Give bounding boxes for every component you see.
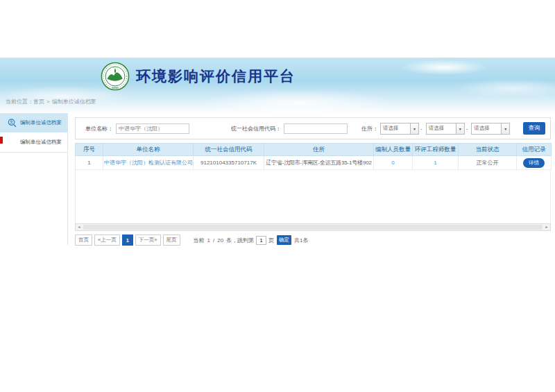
district-select[interactable]: 请选择 ▾ [471, 123, 510, 135]
active-item-marker [0, 137, 3, 144]
col-header-index: 序号 [76, 144, 103, 156]
search-panel: 单位名称： 统一社会信用代码： 住所： 请选择 ▾ - 请选择 ▾ - 请选择 … [75, 117, 551, 139]
pagination-info-mid: 条，跳到第 [226, 237, 254, 244]
pagination-per-page: 20 [217, 237, 223, 244]
first-page-button[interactable]: 首页 [75, 235, 92, 246]
col-header-status: 当前状态 [459, 144, 517, 156]
detail-button[interactable]: 详情 [523, 158, 545, 168]
brand: MEE 环境影响评价信用平台 [101, 62, 296, 91]
results-table: 序号 单位名称 统一社会信用代码 住所 编制人员数量 环评工程师数量 当前状态 … [75, 143, 552, 170]
credit-code-value: 91210104335710717K [194, 156, 264, 170]
province-select-value: 请选择 [383, 125, 399, 132]
mee-logo-icon: MEE [101, 62, 130, 91]
credit-code-input[interactable] [284, 123, 348, 134]
address-value: 辽宁省-沈阳市-浑南区-全运五路35-1号楼902 [264, 156, 374, 170]
unit-name-input[interactable] [116, 123, 189, 134]
staff-count-link[interactable]: 0 [374, 156, 413, 170]
sidebar-section-label: 编制单位诚信档案 [20, 119, 62, 126]
district-select-value: 请选择 [474, 125, 490, 132]
credit-code-label: 统一社会信用代码： [231, 125, 281, 133]
person-search-icon [8, 119, 17, 128]
pagination-total: 共1条 [294, 237, 308, 244]
breadcrumb: 当前位置：首页>编制单位诚信档案 [6, 98, 96, 105]
table-header-row: 序号 单位名称 统一社会信用代码 住所 编制人员数量 环评工程师数量 当前状态 … [76, 144, 552, 156]
sidebar-item-credit-archive[interactable]: 编制单位诚信档案 [0, 133, 67, 153]
pagination-page-separator: / [213, 237, 214, 244]
row-index: 1 [76, 156, 103, 170]
city-select-value: 请选择 [429, 125, 445, 132]
sidebar-section-credit-archive[interactable]: 编制单位诚信档案 [0, 113, 67, 133]
unit-name-label: 单位名称： [85, 125, 113, 133]
pagination-info-prefix: 当前 [194, 237, 205, 244]
sidebar: 编制单位诚信档案 编制单位诚信档案 [0, 113, 68, 245]
site-title: 环境影响评价信用平台 [136, 67, 296, 86]
breadcrumb-separator: > [46, 99, 50, 105]
col-header-credit-code: 统一社会信用代码 [194, 144, 264, 156]
pagination-info: 当前 1 / 20 条，跳到第 页 确定 共1条 [192, 235, 310, 245]
last-page-button[interactable]: 尾页 [163, 235, 180, 246]
site-banner: MEE 环境影响评价信用平台 当前位置：首页>编制单位诚信档案 [0, 58, 555, 113]
scroll-left-icon[interactable]: ◄ [76, 224, 83, 230]
record-cell: 详情 [517, 156, 552, 170]
jump-page-input[interactable] [256, 236, 266, 245]
chevron-down-icon[interactable]: ▾ [501, 123, 509, 134]
pagination-page-word: 页 [268, 237, 274, 244]
col-header-engineer-count: 环评工程师数量 [413, 144, 459, 156]
page: MEE 环境影响评价信用平台 当前位置：首页>编制单位诚信档案 编制单位诚信档案 [0, 0, 555, 392]
scrollbar-thumb[interactable] [83, 225, 543, 230]
chevron-down-icon[interactable]: ▾ [456, 123, 464, 134]
prev-page-button[interactable]: «上一页 [94, 235, 120, 246]
breadcrumb-home-link[interactable]: 首页 [33, 99, 44, 105]
page-1-button[interactable]: 1 [122, 235, 133, 246]
col-header-address: 住所 [264, 144, 374, 156]
col-header-staff-count: 编制人员数量 [374, 144, 413, 156]
address-separator: - [420, 126, 422, 132]
content-panel: 单位名称： 统一社会信用代码： 住所： 请选择 ▾ - 请选择 ▾ - 请选择 … [75, 113, 551, 246]
next-page-button[interactable]: 下一页» [135, 235, 161, 246]
confirm-button[interactable]: 确定 [277, 235, 291, 245]
chevron-down-icon[interactable]: ▾ [410, 123, 418, 134]
status-value: 正常公开 [459, 156, 517, 170]
address-label: 住所： [361, 125, 378, 133]
province-select[interactable]: 请选择 ▾ [380, 123, 419, 135]
logo-text: MEE [112, 86, 118, 90]
sidebar-item-label: 编制单位诚信档案 [20, 139, 62, 146]
query-button[interactable]: 查询 [523, 122, 545, 135]
main-area: 编制单位诚信档案 编制单位诚信档案 单位名称： 统一社会信用代码： 住所： 请选… [0, 113, 555, 246]
col-header-name: 单位名称 [103, 144, 194, 156]
breadcrumb-prefix: 当前位置： [6, 99, 33, 105]
company-name-link[interactable]: 中谱华宇（沈阳）检测认证有限公司 [103, 156, 194, 170]
pagination-bar: 首页 «上一页 1 下一页» 尾页 当前 1 / 20 条，跳到第 页 确定 共… [75, 235, 551, 246]
address-separator: - [466, 126, 468, 132]
breadcrumb-current: 编制单位诚信档案 [52, 99, 96, 105]
pagination-current-page: 1 [207, 237, 210, 244]
grid-empty-area [75, 170, 551, 223]
col-header-record: 信用记录 [517, 144, 552, 156]
scroll-right-icon[interactable]: ► [543, 224, 550, 230]
horizontal-scrollbar[interactable]: ◄ ► [75, 223, 551, 231]
table-row: 1 中谱华宇（沈阳）检测认证有限公司 91210104335710717K 辽宁… [76, 156, 552, 170]
engineer-count-link[interactable]: 1 [413, 156, 459, 170]
city-select[interactable]: 请选择 ▾ [426, 123, 465, 135]
